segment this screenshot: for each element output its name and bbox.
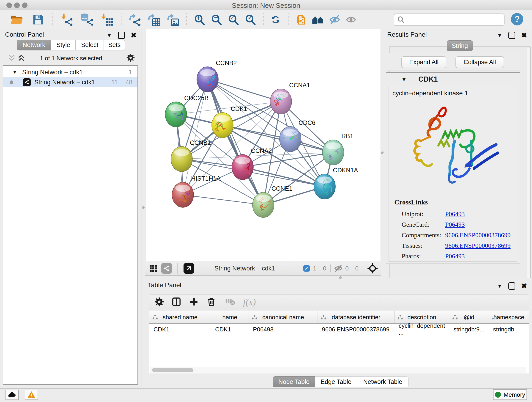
zoom-out-button[interactable]: − bbox=[211, 13, 222, 26]
birdseye-grid-icon[interactable] bbox=[149, 264, 158, 273]
cell-shared-name: CDK1 bbox=[149, 324, 211, 335]
zoom-in-button[interactable]: + bbox=[194, 13, 205, 26]
tab-node-table[interactable]: Node Table bbox=[273, 376, 315, 387]
collapse-all-icon[interactable] bbox=[8, 54, 16, 62]
search-input[interactable] bbox=[407, 16, 504, 24]
crosslinks-title: CrossLinks bbox=[394, 198, 428, 206]
help-button[interactable]: ? bbox=[511, 13, 523, 26]
network-options-gear-icon[interactable] bbox=[127, 54, 135, 62]
crosslink-value-link[interactable]: P06493 bbox=[445, 211, 465, 217]
hidden-counts: 0 – 0 bbox=[345, 265, 359, 272]
tab-edge-table[interactable]: Edge Table bbox=[315, 376, 357, 387]
tab-network[interactable]: Network bbox=[17, 40, 51, 51]
collection-name: String Network – cdk1 bbox=[22, 69, 83, 76]
expand-all-button[interactable]: Expand All bbox=[401, 56, 446, 68]
gene-expander-icon[interactable]: ▼ bbox=[401, 77, 407, 83]
tab-sets[interactable]: Sets bbox=[104, 40, 125, 51]
left-splitter-grip[interactable] bbox=[142, 206, 145, 209]
control-panel-title: Control Panel bbox=[5, 31, 44, 38]
import-network-file-button[interactable] bbox=[60, 13, 74, 26]
table-row[interactable]: CDK1 CDK1 P06493 9606.ENSP00000378699 cy… bbox=[149, 324, 529, 335]
create-column-icon[interactable] bbox=[190, 298, 198, 306]
results-panel-float-icon[interactable]: ▼ bbox=[497, 32, 502, 38]
check-icon: ✓ bbox=[304, 265, 309, 272]
network-canvas[interactable]: CCNB2CCNA1CDC25BCDK1CDC6RB1CCNB1CCNA2CDK… bbox=[146, 29, 380, 259]
network-collection-row[interactable]: ▼ String Network – cdk1 1 bbox=[3, 67, 138, 77]
hidden-eye-icon[interactable] bbox=[334, 264, 342, 273]
collection-count: 1 bbox=[128, 69, 132, 76]
network-view-toolbar: String Network – cdk1 ✓ 1 – 0 0 – 0 bbox=[145, 261, 381, 276]
crosshair-icon[interactable] bbox=[367, 263, 378, 274]
network-share-icon[interactable] bbox=[161, 263, 172, 274]
show-hide-graphics-button[interactable] bbox=[329, 13, 340, 26]
network-edge-count: 48 bbox=[126, 79, 133, 86]
column-header[interactable]: database identifier bbox=[318, 311, 394, 323]
expand-all-icon[interactable] bbox=[17, 54, 25, 62]
open-session-button[interactable] bbox=[10, 13, 23, 26]
bottom-splitter-grip[interactable] bbox=[339, 276, 342, 279]
table-options-gear-icon[interactable] bbox=[155, 297, 164, 306]
export-network-button[interactable] bbox=[128, 13, 142, 26]
results-panel-close-icon[interactable]: ✖ bbox=[521, 31, 527, 39]
memory-button[interactable]: Memory bbox=[493, 389, 527, 400]
results-scrollbar[interactable] bbox=[527, 47, 531, 287]
control-panel-float-icon[interactable]: ▼ bbox=[107, 32, 112, 38]
column-header[interactable]: canonical name bbox=[249, 311, 318, 323]
tab-style-label: Style bbox=[56, 41, 70, 49]
toolbar-separator bbox=[121, 13, 121, 26]
crosslink-value-link[interactable]: 9606.ENSP00000378699 bbox=[445, 231, 510, 239]
collection-expander-icon[interactable]: ▼ bbox=[12, 70, 17, 75]
cell-id: stringdb:9... bbox=[449, 324, 489, 335]
clone-network-button[interactable] bbox=[295, 13, 306, 26]
toolbar-separator bbox=[363, 264, 363, 272]
cloud-button[interactable] bbox=[6, 390, 19, 400]
warnings-button[interactable] bbox=[25, 390, 38, 400]
table-panel-undock-icon[interactable] bbox=[508, 282, 515, 290]
tab-string[interactable]: String bbox=[447, 40, 473, 51]
import-table-file-button[interactable] bbox=[100, 13, 114, 26]
collapse-all-button[interactable]: Collapse All bbox=[456, 56, 504, 68]
network-view[interactable]: CCNB2CCNA1CDC25BCDK1CDC6RB1CCNB1CCNA2CDK… bbox=[145, 29, 381, 261]
memory-label: Memory bbox=[504, 391, 525, 398]
right-splitter-grip[interactable] bbox=[381, 152, 384, 154]
crosslink-value-link[interactable]: 9606.ENSP00000378699 bbox=[445, 242, 510, 249]
column-header[interactable]: name bbox=[211, 311, 249, 323]
toolbar-separator bbox=[330, 264, 331, 272]
crosslink-row: GeneCard:P06493 bbox=[402, 219, 510, 230]
tab-style[interactable]: Style bbox=[51, 40, 76, 51]
export-image-button[interactable] bbox=[166, 13, 180, 26]
table-panel-float-icon[interactable]: ▼ bbox=[497, 283, 502, 289]
column-header[interactable]: @id bbox=[449, 311, 489, 323]
crosslink-value-link[interactable]: P06493 bbox=[445, 253, 465, 260]
table-horizontal-scrollbar[interactable] bbox=[150, 367, 526, 373]
cell-description: cyclin–dependent ... bbox=[394, 324, 449, 335]
crosslink-label: GeneCard: bbox=[402, 219, 445, 230]
export-table-button[interactable] bbox=[147, 13, 161, 26]
results-panel-title: Results Panel bbox=[387, 31, 427, 38]
table-panel-close-icon[interactable]: ✖ bbox=[521, 282, 527, 290]
control-panel-undock-icon[interactable] bbox=[118, 32, 125, 39]
crosslink-value-link[interactable]: P06493 bbox=[445, 221, 465, 228]
gene-name: CDK1 bbox=[418, 75, 438, 83]
zoom-fit-button[interactable]: ⤢ bbox=[228, 13, 239, 26]
column-header[interactable]: namespace bbox=[489, 311, 529, 323]
save-session-button[interactable] bbox=[32, 13, 44, 26]
column-header[interactable]: shared name bbox=[149, 311, 211, 323]
control-panel-close-icon[interactable]: ✖ bbox=[131, 31, 137, 39]
import-network-database-button[interactable] bbox=[80, 13, 94, 26]
tab-network-table[interactable]: Network Table bbox=[357, 376, 409, 387]
zoom-selected-button[interactable]: ✓ bbox=[245, 13, 256, 26]
delete-column-icon[interactable] bbox=[206, 297, 216, 307]
network-row[interactable]: String Network – cdk1 11 48 bbox=[3, 77, 138, 87]
tab-select[interactable]: Select bbox=[76, 40, 104, 51]
first-neighbors-button[interactable] bbox=[312, 13, 324, 26]
selected-checkbox[interactable]: ✓ bbox=[303, 265, 310, 272]
results-panel-undock-icon[interactable] bbox=[508, 32, 515, 39]
show-columns-icon[interactable] bbox=[172, 297, 181, 307]
crosslink-row: Tissues:9606.ENSP00000378699 bbox=[402, 240, 510, 251]
scrollbar-thumb[interactable] bbox=[152, 368, 193, 372]
column-header[interactable]: description bbox=[394, 311, 449, 323]
refresh-view-button[interactable] bbox=[270, 13, 281, 26]
graphics-details-button[interactable] bbox=[346, 13, 356, 26]
open-in-new-window-icon[interactable] bbox=[184, 263, 194, 274]
